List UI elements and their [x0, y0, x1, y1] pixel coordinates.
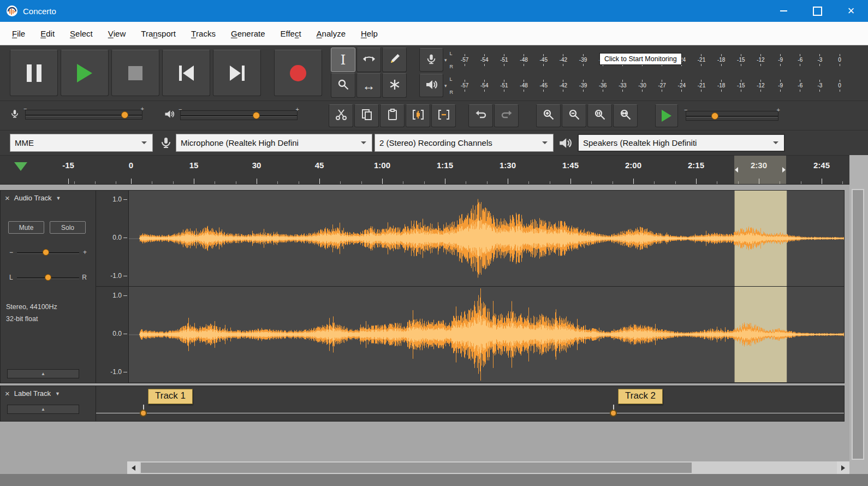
- zoom-in-button[interactable]: [536, 104, 561, 127]
- menu-generate[interactable]: Generate: [223, 22, 273, 45]
- chevron-down-icon[interactable]: ▾: [444, 83, 447, 88]
- meter-scale-value: -42: [554, 54, 573, 66]
- copy-button[interactable]: [354, 104, 379, 127]
- playback-meter-speaker-button[interactable]: [419, 74, 443, 97]
- slider-handle[interactable]: [253, 112, 260, 119]
- horizontal-scrollbar[interactable]: [127, 461, 849, 474]
- gain-slider-handle[interactable]: [43, 249, 49, 256]
- menu-edit[interactable]: Edit: [33, 22, 62, 45]
- horizontal-scrollbar-track[interactable]: [140, 461, 837, 474]
- slider-handle[interactable]: [121, 111, 128, 118]
- input-device-combo[interactable]: Microphone (Realtek High Defini: [176, 134, 372, 152]
- vertical-scale-ruler[interactable]: 1.00.0-1.0 1.00.0-1.0: [96, 191, 129, 383]
- play-at-speed-button[interactable]: [655, 104, 678, 127]
- menu-transport[interactable]: Transport: [133, 22, 183, 45]
- minimize-button[interactable]: [766, 0, 800, 22]
- play-speed-slider[interactable]: − +: [686, 111, 778, 121]
- horizontal-scrollbar-thumb[interactable]: [141, 463, 692, 473]
- timeline-ruler[interactable]: -1501530451:001:151:301:452:002:152:302:…: [0, 155, 849, 185]
- label-chip[interactable]: Track 2: [618, 389, 663, 404]
- solo-button[interactable]: Solo: [50, 221, 86, 234]
- play-button[interactable]: [61, 50, 109, 96]
- label-track-content[interactable]: Track 1Track 2: [96, 386, 844, 421]
- slider-track[interactable]: − +: [25, 110, 142, 120]
- multi-tool-button[interactable]: [382, 73, 407, 98]
- chevron-down-icon: [542, 141, 548, 144]
- menu-select[interactable]: Select: [62, 22, 100, 45]
- recording-meter-mic-button[interactable]: [419, 48, 443, 72]
- pause-button[interactable]: [10, 50, 58, 96]
- audio-track[interactable]: × Audio Track ▼ Mute Solo − + L R: [0, 190, 845, 383]
- audio-track-panel[interactable]: × Audio Track ▼ Mute Solo − + L R: [1, 191, 96, 383]
- cut-button[interactable]: [329, 104, 353, 127]
- output-device-combo[interactable]: Speakers (Realtek High Definiti: [578, 134, 785, 152]
- waveform-area[interactable]: [129, 191, 844, 383]
- meter-scale-value: -45: [534, 80, 554, 92]
- menu-help[interactable]: Help: [353, 22, 385, 45]
- close-track-icon[interactable]: ×: [5, 389, 10, 398]
- label-knob-icon[interactable]: [140, 410, 147, 417]
- undo-button[interactable]: [468, 104, 493, 127]
- label-track-title[interactable]: Label Track: [14, 389, 51, 398]
- playback-meter[interactable]: ▾ L R -57-54-51-48-45-42-39-36-33-30-27-…: [419, 73, 849, 98]
- scroll-left-button[interactable]: [127, 461, 140, 474]
- envelope-tool-button[interactable]: [356, 48, 381, 72]
- audio-track-title[interactable]: Audio Track: [14, 194, 52, 202]
- silence-audio-button[interactable]: [431, 104, 456, 127]
- record-button[interactable]: [274, 50, 322, 96]
- slider-handle[interactable]: [711, 112, 718, 120]
- label-knob-icon[interactable]: [610, 410, 617, 417]
- vertical-scrollbar[interactable]: [852, 189, 864, 460]
- waveform-channel-left[interactable]: [129, 191, 844, 286]
- waveform-channel-right[interactable]: [129, 287, 844, 382]
- track-canvas[interactable]: × Audio Track ▼ Mute Solo − + L R: [0, 185, 849, 461]
- label-track-panel[interactable]: × Label Track ▼ ▲: [1, 386, 96, 421]
- chevron-down-icon[interactable]: ▾: [444, 57, 447, 63]
- close-track-icon[interactable]: ×: [5, 194, 10, 202]
- maximize-button[interactable]: [800, 0, 834, 22]
- collapse-track-button[interactable]: ▲: [7, 369, 79, 378]
- pan-slider-handle[interactable]: [45, 274, 51, 281]
- ruler-value: 0.0: [112, 330, 122, 337]
- track-menu-icon[interactable]: ▼: [55, 391, 60, 396]
- menu-tracks[interactable]: Tracks: [183, 22, 223, 45]
- close-button[interactable]: ×: [834, 0, 868, 22]
- slider-track[interactable]: − +: [686, 111, 778, 121]
- fit-selection-button[interactable]: [587, 104, 612, 127]
- label-chip[interactable]: Track 1: [148, 389, 193, 404]
- skip-to-end-button[interactable]: [213, 50, 261, 96]
- collapse-track-button[interactable]: ▲: [7, 405, 79, 414]
- gain-slider[interactable]: − +: [9, 247, 87, 258]
- track-menu-icon[interactable]: ▼: [56, 195, 61, 201]
- host-combo[interactable]: MME: [10, 134, 153, 152]
- menu-effect[interactable]: Effect: [273, 22, 309, 45]
- playback-volume-slider[interactable]: − +: [164, 109, 298, 122]
- redo-button[interactable]: [494, 104, 519, 127]
- label-track[interactable]: × Label Track ▼ ▲ Track 1Track 2: [0, 386, 845, 422]
- timeline-selection[interactable]: [734, 156, 787, 184]
- selection-tool-button[interactable]: I: [331, 48, 355, 72]
- menu-file[interactable]: File: [4, 22, 33, 45]
- skip-to-start-button[interactable]: [162, 50, 210, 96]
- selection-right-handle-icon[interactable]: [782, 167, 786, 173]
- recording-volume-slider[interactable]: − +: [10, 109, 142, 121]
- monitoring-tooltip[interactable]: Click to Start Monitoring: [599, 53, 682, 65]
- paste-button[interactable]: [380, 104, 405, 127]
- pan-slider[interactable]: L R: [9, 272, 87, 283]
- stop-button[interactable]: [111, 50, 159, 96]
- channels-combo[interactable]: 2 (Stereo) Recording Channels: [374, 134, 554, 152]
- trim-audio-button[interactable]: [406, 104, 430, 127]
- scroll-right-button[interactable]: [837, 461, 849, 474]
- zoom-out-button[interactable]: [562, 104, 586, 127]
- timeshift-tool-button[interactable]: ↔: [356, 73, 381, 98]
- vertical-scrollbar-thumb[interactable]: [853, 190, 863, 459]
- zoom-tool-button[interactable]: [331, 73, 355, 98]
- fit-project-button[interactable]: [613, 104, 638, 127]
- slider-track[interactable]: − +: [180, 110, 298, 120]
- slider-rail: [181, 115, 297, 117]
- menu-view[interactable]: View: [100, 22, 134, 45]
- draw-tool-button[interactable]: [382, 48, 407, 72]
- mute-button[interactable]: Mute: [8, 221, 44, 234]
- selection-left-handle-icon[interactable]: [735, 167, 738, 173]
- menu-analyze[interactable]: Analyze: [309, 22, 353, 45]
